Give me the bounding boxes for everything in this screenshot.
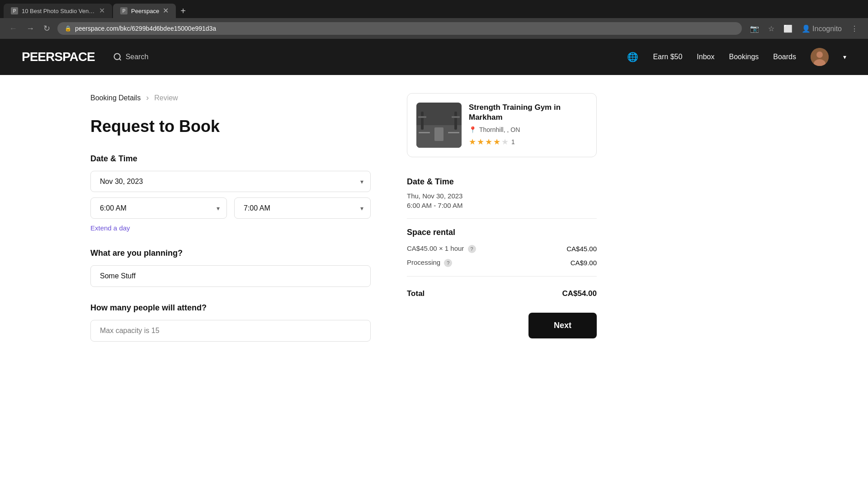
pin-icon: 📍 (469, 126, 476, 133)
venue-card: Strength Training Gym in Markham 📍 Thorn… (407, 93, 597, 157)
rental-rate-label: CA$45.00 × 1 hour ? (407, 244, 476, 253)
total-label: Total (407, 289, 425, 298)
tab-favicon-1: P (11, 7, 18, 14)
summary-time: 6:00 AM - 7:00 AM (407, 202, 597, 209)
forward-button[interactable]: → (24, 22, 36, 35)
breadcrumb-active: Booking Details (90, 94, 141, 102)
next-btn-wrapper: Next (407, 313, 597, 338)
time-row: 6:00 AM ▾ 7:00 AM ▾ (90, 197, 371, 219)
rental-rate-text: CA$45.00 × 1 hour (407, 244, 464, 252)
datetime-section-title: Date & Time (407, 177, 597, 187)
tab-photo-studio[interactable]: P 10 Best Photo Studio Venues - ✕ (4, 4, 112, 18)
browser-chrome: P 10 Best Photo Studio Venues - ✕ P Peer… (0, 0, 868, 39)
extend-link[interactable]: Extend a day (90, 224, 130, 232)
total-row: Total CA$54.00 (407, 286, 597, 298)
page-title: Request to Book (90, 117, 371, 136)
bookings-link[interactable]: Bookings (729, 53, 759, 61)
svg-rect-9 (452, 116, 460, 118)
attendees-input[interactable] (90, 320, 371, 342)
star-1: ★ (469, 137, 476, 147)
svg-rect-10 (434, 127, 443, 141)
search-label: Search (126, 53, 149, 61)
processing-row: Processing ? CA$9.00 (407, 258, 597, 267)
total-amount: CA$54.00 (562, 289, 597, 298)
star-5: ★ (501, 137, 509, 147)
venue-rating: ★ ★ ★ ★ ★ 1 (469, 137, 587, 147)
search-button[interactable]: Search (113, 52, 149, 61)
end-time-wrapper: 7:00 AM ▾ (234, 197, 371, 219)
svg-rect-12 (448, 132, 459, 133)
site-header: PEERSPACE Search 🌐 Earn $50 Inbox Bookin… (0, 39, 868, 75)
summary-date: Thu, Nov 30, 2023 (407, 192, 597, 200)
back-button[interactable]: ← (7, 22, 19, 35)
processing-amount: CA$9.00 (571, 259, 597, 267)
star-2: ★ (477, 137, 484, 147)
divider-1 (407, 218, 597, 219)
browser-tabs: P 10 Best Photo Studio Venues - ✕ P Peer… (0, 0, 868, 18)
tab-title-1: 10 Best Photo Studio Venues - (22, 8, 95, 14)
tab-peerspace[interactable]: P Peerspace ✕ (113, 4, 176, 18)
rental-rate-row: CA$45.00 × 1 hour ? CA$45.00 (407, 244, 597, 253)
planning-label: What are you planning? (90, 249, 371, 258)
start-time-wrapper: 6:00 AM ▾ (90, 197, 227, 219)
attendees-label: How many people will attend? (90, 303, 371, 313)
globe-icon[interactable]: 🌐 (627, 52, 638, 62)
start-time-select[interactable]: 6:00 AM (90, 197, 227, 219)
date-time-label: Date & Time (90, 154, 371, 164)
address-bar[interactable]: 🔒 peerspace.com/bkc/6299b4d6bdee15000e99… (57, 22, 742, 35)
earn-link[interactable]: Earn $50 (653, 53, 682, 61)
breadcrumb-inactive: Review (154, 94, 178, 102)
venue-name: Strength Training Gym in Markham (469, 103, 587, 122)
avatar[interactable] (811, 48, 829, 66)
extensions-icon[interactable]: ⬜ (781, 23, 795, 35)
site: PEERSPACE Search 🌐 Earn $50 Inbox Bookin… (0, 39, 868, 464)
refresh-button[interactable]: ↻ (42, 22, 52, 35)
booking-summary: Date & Time Thu, Nov 30, 2023 6:00 AM - … (407, 168, 597, 338)
space-rental-title: Space rental (407, 228, 597, 237)
svg-point-0 (114, 54, 120, 60)
venue-location-text: Thornhill, , ON (479, 126, 520, 133)
left-column: Booking Details › Review Request to Book… (90, 93, 371, 358)
venue-info: Strength Training Gym in Markham 📍 Thorn… (469, 103, 587, 148)
profile-icon[interactable]: 👤 Incognito (799, 23, 844, 35)
camera-icon[interactable]: 📷 (747, 23, 762, 35)
tab-title-2: Peerspace (131, 8, 159, 14)
browser-bar: ← → ↻ 🔒 peerspace.com/bkc/6299b4d6bdee15… (0, 18, 868, 39)
svg-point-2 (816, 52, 823, 58)
star-3: ★ (485, 137, 492, 147)
breadcrumb-separator: › (146, 93, 149, 103)
stars: ★ ★ ★ ★ ★ (469, 137, 509, 147)
planning-section: What are you planning? (90, 249, 371, 287)
processing-info-icon[interactable]: ? (444, 259, 452, 267)
star-4: ★ (493, 137, 500, 147)
next-button[interactable]: Next (528, 313, 597, 338)
boards-link[interactable]: Boards (773, 53, 796, 61)
new-tab-button[interactable]: + (177, 4, 189, 18)
site-logo: PEERSPACE (22, 50, 95, 64)
chevron-down-icon[interactable]: ▾ (843, 53, 846, 61)
tab-close-1[interactable]: ✕ (99, 7, 105, 14)
right-column: Strength Training Gym in Markham 📍 Thorn… (407, 93, 597, 358)
processing-text: Processing (407, 258, 440, 266)
breadcrumb: Booking Details › Review (90, 93, 371, 103)
planning-input[interactable] (90, 265, 371, 287)
divider-2 (407, 276, 597, 277)
end-time-select[interactable]: 7:00 AM (234, 197, 371, 219)
review-count: 1 (511, 138, 515, 145)
rental-info-icon[interactable]: ? (468, 245, 476, 253)
inbox-link[interactable]: Inbox (697, 53, 714, 61)
tab-close-2[interactable]: ✕ (163, 7, 169, 14)
menu-icon[interactable]: ⋮ (848, 23, 861, 35)
date-select[interactable]: Nov 30, 2023 (90, 171, 371, 192)
date-select-wrapper: Nov 30, 2023 ▾ (90, 171, 371, 192)
bookmark-icon[interactable]: ☆ (765, 23, 777, 35)
venue-location: 📍 Thornhill, , ON (469, 126, 587, 133)
tab-favicon-2: P (120, 7, 127, 14)
main-content: Booking Details › Review Request to Book… (0, 75, 868, 376)
svg-rect-6 (421, 112, 424, 130)
search-icon (113, 52, 122, 61)
date-time-section: Date & Time Nov 30, 2023 ▾ 6:00 AM ▾ (90, 154, 371, 232)
lock-icon: 🔒 (65, 25, 71, 32)
svg-rect-11 (419, 132, 430, 133)
url-text: peerspace.com/bkc/6299b4d6bdee15000e991d… (75, 25, 216, 32)
